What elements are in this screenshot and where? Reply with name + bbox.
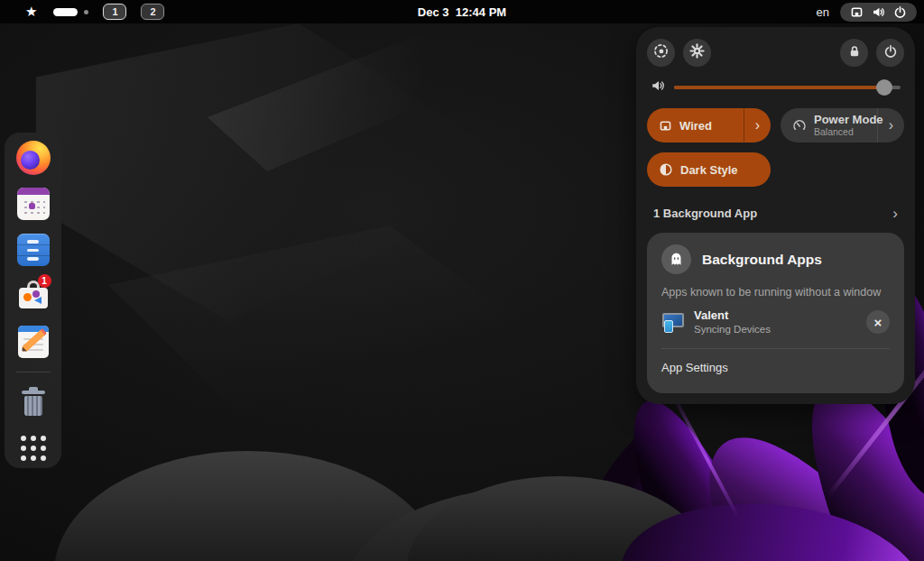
app-name: Valent [694,308,771,323]
background-apps-header: Background Apps [661,244,890,274]
firefox-icon [16,141,51,175]
text-editor-icon [18,326,49,358]
workspace-active-pill [53,8,78,16]
volume-slider[interactable] [674,79,901,96]
lock-icon [847,44,862,61]
top-bar-left: ★ 1 2 [0,0,164,23]
update-count-badge: 1 [38,274,51,288]
quick-settings-header [647,38,904,67]
favorites-star-icon[interactable]: ★ [25,0,37,23]
background-apps-subtitle: Apps known to be running without a windo… [661,286,890,299]
chevron-right-icon: › [889,117,893,133]
wired-expand-button[interactable]: › [744,108,771,143]
software-orange-dot [23,293,32,301]
clock[interactable]: Dec 3 12:44 PM [418,5,506,19]
firefox-globe [21,151,40,170]
quick-settings-panel: Wired › Power Mode Balanced › [636,27,915,404]
workspace-inactive-dot [84,10,88,14]
software-blue-triangle [34,297,42,304]
valent-app-icon [661,310,685,334]
trash-body [24,396,42,416]
trash-icon [20,387,47,418]
drawer-handle [27,257,39,261]
toggle-power-mode[interactable]: Power Mode Balanced › [781,108,904,143]
dark-style-label: Dark Style [680,163,738,177]
background-apps-card: Background Apps Apps known to be running… [647,233,904,393]
top-bar-right: en [817,3,924,22]
wired-label: Wired [679,119,712,133]
volume-icon [872,5,885,19]
volume-knob[interactable] [876,79,892,96]
calendar-dot [29,203,35,209]
calendar-header [17,188,50,195]
background-apps-count: 1 Background App [653,207,757,220]
valent-phone [664,320,673,333]
close-icon: × [874,316,882,329]
app-status: Syncing Devices [694,323,771,336]
volume-fill [674,86,884,89]
app-settings-button[interactable]: App Settings [661,361,890,374]
power-mode-icon [792,118,807,133]
toggle-wired[interactable]: Wired › [647,108,771,143]
lock-button[interactable] [840,39,868,67]
chevron-right-icon: › [755,117,760,133]
workspace-indicator[interactable] [53,8,88,16]
chevron-right-icon: › [892,206,898,221]
trash-lid [22,391,45,394]
dock-item-trash[interactable] [14,384,53,420]
quick-toggles: Wired › Power Mode Balanced › [647,108,904,187]
app-grid-icon [21,436,46,461]
power-menu-button[interactable] [876,39,904,67]
dock-item-text-editor[interactable] [14,324,53,360]
dock-separator [16,372,51,372]
valent-close-button[interactable]: × [866,310,890,334]
dock: 1 [5,133,61,468]
power-icon [883,44,898,61]
workspace-key-2[interactable]: 2 [141,4,164,20]
screenshot-button[interactable] [647,39,675,67]
dock-item-files[interactable] [14,232,53,268]
drawer-handle [27,249,39,253]
speaker-icon [651,78,665,97]
power-mode-sublabel: Balanced [814,126,877,137]
dark-style-icon [659,162,673,177]
input-source-indicator[interactable]: en [817,5,829,19]
power-icon [893,5,907,19]
settings-button[interactable] [683,39,711,67]
calendar-icon [17,188,50,220]
dock-item-software[interactable]: 1 [14,278,53,314]
card-divider [661,348,890,349]
background-apps-title: Background Apps [702,252,822,268]
gear-icon [689,43,705,61]
power-mode-label: Power Mode [814,114,877,127]
drawer-handle [27,240,39,244]
dock-item-show-apps[interactable] [14,430,53,466]
dock-item-firefox[interactable] [14,140,53,176]
files-icon [17,234,50,266]
background-app-row-valent: Valent Syncing Devices × [661,308,890,336]
network-wired-icon [659,119,672,133]
power-mode-expand-button[interactable]: › [877,108,904,143]
workspace-key-1[interactable]: 1 [103,4,126,20]
software-icon: 1 [15,278,51,314]
network-wired-icon [850,5,864,19]
top-bar: ★ 1 2 Dec 3 12:44 PM en [0,0,924,23]
system-status-area[interactable] [840,3,917,22]
ghost-icon [661,244,691,274]
toggle-dark-style[interactable]: Dark Style [647,152,771,187]
screenshot-icon [653,43,669,61]
dock-item-calendar[interactable] [14,186,53,222]
background-apps-row[interactable]: 1 Background App › [647,200,904,225]
volume-row [647,78,904,97]
